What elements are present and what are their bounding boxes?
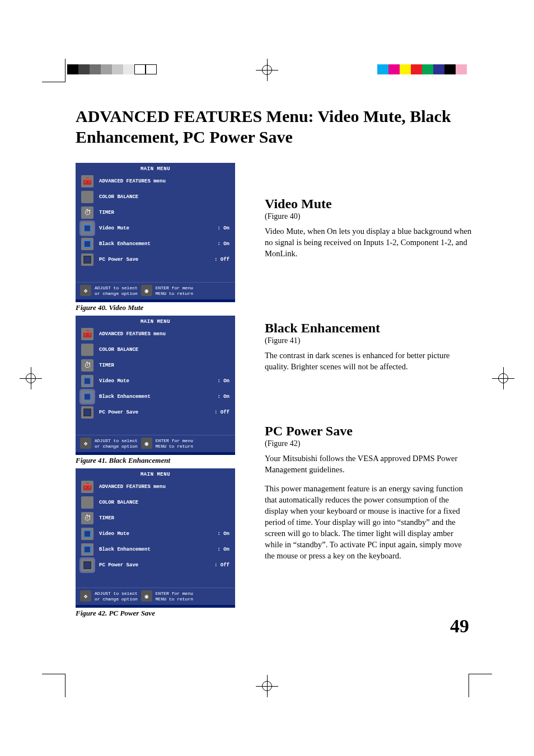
- osd-menu-row: Video Mute: On: [76, 220, 235, 236]
- osd-menu-row: Video Mute: On: [76, 373, 235, 389]
- osd-row-value: : On: [217, 547, 229, 552]
- adjust-icon: ✥: [80, 285, 91, 296]
- osd-row-icon: [81, 391, 93, 403]
- osd-row-icon: ⏱: [81, 359, 93, 372]
- osd-row-value: : On: [217, 531, 229, 537]
- osd-row-icon: [81, 559, 93, 571]
- osd-row-icon: [81, 222, 93, 234]
- osd-menu-row: ⏱TIMER: [76, 205, 235, 220]
- swatch: [90, 64, 101, 74]
- osd-menu-row: Black Enhancement: On: [76, 542, 235, 557]
- section-video-mute: Video Mute (Figure 40) Video Mute, when …: [265, 196, 472, 259]
- page-title: ADVANCED FEATURES Menu: Video Mute, Blac…: [76, 106, 472, 147]
- osd-menu-row: COLOR BALANCE: [76, 342, 235, 358]
- osd-row-label: PC Power Save: [99, 410, 214, 415]
- osd-row-value: : Off: [214, 410, 229, 415]
- crop-mark-left: [20, 367, 42, 389]
- swatch: [388, 64, 400, 74]
- osd-footer-text: MENU to return: [156, 444, 193, 449]
- osd-row-icon: [81, 253, 93, 266]
- osd-footer-text: ADJUST to select: [95, 591, 138, 596]
- osd-row-label: COLOR BALANCE: [99, 194, 229, 200]
- osd-footer: ✥ADJUST to selector change option◉ENTER …: [76, 588, 235, 602]
- heading-video-mute: Video Mute: [265, 196, 472, 212]
- adjust-icon: ✥: [80, 438, 91, 449]
- osd-row-icon: [81, 496, 93, 509]
- swatch: [433, 64, 444, 74]
- osd-footer-text: or change option: [95, 291, 138, 296]
- swatch: [444, 64, 456, 74]
- osd-menu-row: ⏱TIMER: [76, 358, 235, 373]
- osd-row-value: : On: [217, 394, 229, 400]
- osd-row-icon: [81, 543, 93, 556]
- enter-icon: ◉: [141, 590, 152, 602]
- enter-icon: ◉: [141, 438, 152, 449]
- crop-corner-bl: [42, 674, 65, 697]
- osd-row-label: Video Mute: [99, 378, 217, 384]
- osd-row-label: PC Power Save: [99, 257, 214, 262]
- swatch: [377, 64, 388, 74]
- osd-row-icon: 🧰: [81, 328, 93, 340]
- osd-row-icon: 🧰: [81, 175, 93, 187]
- heading-pc-power-save: PC Power Save: [265, 424, 472, 439]
- osd-menu-row: Video Mute: On: [76, 526, 235, 542]
- osd-menu-row: Black Enhancement: On: [76, 389, 235, 405]
- swatch: [101, 64, 112, 74]
- figure-caption: Figure 42. PC Power Save: [76, 609, 238, 618]
- osd-menu-row: 🧰ADVANCED FEATURES menu: [76, 326, 235, 342]
- swatch: [411, 64, 422, 74]
- section-black-enhancement: Black Enhancement (Figure 41) The contra…: [265, 321, 472, 372]
- osd-row-icon: [81, 406, 93, 419]
- subheading-video-mute: (Figure 40): [265, 212, 472, 221]
- page-content: ADVANCED FEATURES Menu: Video Mute, Blac…: [76, 106, 472, 621]
- subheading-black-enhancement: (Figure 41): [265, 336, 472, 345]
- osd-menu-row: PC Power Save: Off: [76, 557, 235, 573]
- body-pc-power-save-1: Your Mitsubishi follows the VESA approve…: [265, 453, 472, 475]
- osd-row-value: : On: [217, 241, 229, 247]
- osd-row-icon: [81, 191, 93, 203]
- colorbar-grayscale: [67, 64, 157, 74]
- osd-footer-text: ADJUST to select: [95, 285, 138, 290]
- figure-caption: Figure 40. Video Mute: [76, 303, 238, 312]
- osd-menu-row: PC Power Save: Off: [76, 405, 235, 420]
- page-number: 49: [450, 616, 469, 637]
- section-pc-power-save: PC Power Save (Figure 42) Your Mitsubish…: [265, 424, 472, 561]
- osd-menu-title: MAIN MENU: [76, 163, 235, 173]
- osd-menu-row: 🧰ADVANCED FEATURES menu: [76, 173, 235, 189]
- osd-footer-text: ADJUST to select: [95, 438, 138, 443]
- osd-footer-text: ENTER for menu: [156, 438, 193, 443]
- osd-footer-text: MENU to return: [156, 597, 193, 602]
- osd-menu-title: MAIN MENU: [76, 468, 235, 479]
- osd-row-icon: [81, 375, 93, 387]
- osd-row-icon: 🧰: [81, 481, 93, 493]
- osd-menu-screenshot: MAIN MENU🧰ADVANCED FEATURES menuCOLOR BA…: [76, 163, 235, 302]
- swatch: [123, 64, 134, 74]
- osd-row-icon: ⏱: [81, 206, 93, 219]
- osd-menu-title: MAIN MENU: [76, 316, 235, 326]
- adjust-icon: ✥: [80, 590, 91, 602]
- osd-row-label: ADVANCED FEATURES menu: [99, 331, 229, 337]
- osd-row-label: Video Mute: [99, 531, 217, 537]
- osd-row-icon: [81, 528, 93, 540]
- osd-menu-screenshot: MAIN MENU🧰ADVANCED FEATURES menuCOLOR BA…: [76, 316, 235, 455]
- swatch: [456, 64, 467, 74]
- osd-row-label: COLOR BALANCE: [99, 347, 229, 353]
- swatch: [78, 64, 90, 74]
- osd-row-label: TIMER: [99, 210, 229, 215]
- crop-mark-top: [256, 59, 278, 81]
- osd-row-label: PC Power Save: [99, 562, 214, 568]
- enter-icon: ◉: [141, 285, 152, 296]
- osd-menu-row: COLOR BALANCE: [76, 189, 235, 205]
- osd-menu-row: Black Enhancement: On: [76, 236, 235, 252]
- osd-menu-row: ⏱TIMER: [76, 510, 235, 526]
- body-black-enhancement: The contrast in dark scenes is enhanced …: [265, 350, 472, 372]
- osd-footer: ✥ADJUST to selector change option◉ENTER …: [76, 282, 235, 296]
- osd-row-label: Black Enhancement: [99, 547, 217, 552]
- osd-row-label: Video Mute: [99, 226, 217, 231]
- swatch: [146, 64, 157, 74]
- osd-footer-text: or change option: [95, 597, 138, 602]
- osd-row-label: COLOR BALANCE: [99, 500, 229, 505]
- osd-footer-text: ENTER for menu: [156, 591, 193, 596]
- heading-black-enhancement: Black Enhancement: [265, 321, 472, 336]
- colorbar-process: [377, 64, 467, 74]
